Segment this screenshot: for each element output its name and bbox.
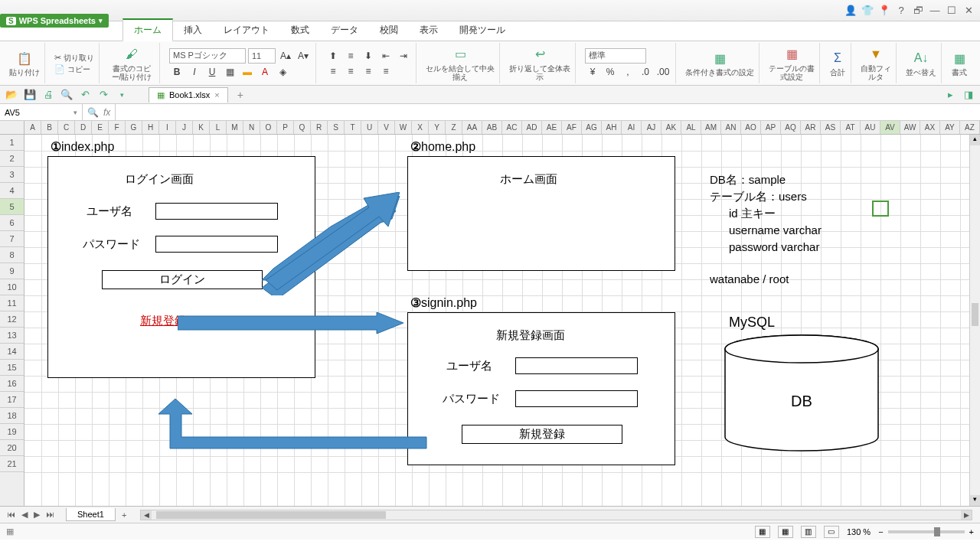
col-header[interactable]: AO xyxy=(741,121,761,134)
zoom-out-button[interactable]: − xyxy=(878,527,883,536)
col-header[interactable]: AI xyxy=(622,121,642,134)
fx-search-icon[interactable]: 🔍 xyxy=(87,107,99,118)
paste-icon[interactable]: 📋 xyxy=(16,50,33,67)
col-header[interactable]: AF xyxy=(562,121,582,134)
zoom-slider[interactable] xyxy=(888,530,965,533)
row-header[interactable]: 20 xyxy=(0,440,24,456)
scroll-up-icon[interactable]: ▴ xyxy=(970,135,980,145)
comma-button[interactable]: , xyxy=(620,65,635,79)
row-header[interactable]: 2 xyxy=(0,151,24,167)
hscroll-right-icon[interactable]: ▶ xyxy=(961,510,972,520)
panel-icon[interactable]: ◨ xyxy=(962,88,975,102)
col-header[interactable]: AY xyxy=(940,121,960,134)
align-justify-button[interactable]: ≡ xyxy=(378,64,394,78)
font-grow-icon[interactable]: A▴ xyxy=(278,49,293,63)
italic-button[interactable]: I xyxy=(187,65,202,79)
col-header[interactable]: G xyxy=(126,121,142,134)
row-header[interactable]: 15 xyxy=(0,360,24,376)
font-name-combo[interactable]: MS Pゴシック xyxy=(169,48,246,64)
help-icon[interactable]: ? xyxy=(893,3,910,18)
font-size-combo[interactable]: 11 xyxy=(248,48,276,64)
col-header[interactable]: AS xyxy=(821,121,841,134)
col-header[interactable]: D xyxy=(75,121,92,134)
fill-color-button[interactable]: ▬ xyxy=(240,65,255,79)
col-header[interactable]: H xyxy=(142,121,159,134)
percent-button[interactable]: % xyxy=(603,65,618,79)
row-header[interactable]: 21 xyxy=(0,456,24,472)
col-header[interactable]: AQ xyxy=(781,121,801,134)
table-format-icon[interactable]: ▦ xyxy=(783,46,800,63)
col-header[interactable]: AP xyxy=(761,121,781,134)
row-header[interactable]: 17 xyxy=(0,392,24,408)
bold-button[interactable]: B xyxy=(169,65,185,79)
tab-insert[interactable]: 挿入 xyxy=(173,20,213,41)
dec-inc-button[interactable]: .0 xyxy=(638,65,653,79)
col-header[interactable]: K xyxy=(193,121,210,134)
col-header[interactable]: A xyxy=(24,121,41,134)
col-header[interactable]: AW xyxy=(900,121,920,134)
col-header[interactable]: AN xyxy=(721,121,741,134)
format-painter-icon[interactable]: 🖌 xyxy=(123,46,140,63)
col-header[interactable]: F xyxy=(109,121,126,134)
col-header[interactable]: AV xyxy=(880,121,900,134)
col-header[interactable]: AJ xyxy=(642,121,662,134)
col-header[interactable]: AM xyxy=(701,121,721,134)
row-header[interactable]: 8 xyxy=(0,247,24,263)
border-button[interactable]: ▦ xyxy=(222,65,237,79)
col-header[interactable]: AE xyxy=(542,121,562,134)
col-header[interactable]: AK xyxy=(662,121,681,134)
col-header[interactable]: R xyxy=(311,121,328,134)
user-icon[interactable]: 👤 xyxy=(842,3,859,18)
row-header[interactable]: 16 xyxy=(0,376,24,392)
copy-icon[interactable]: 📄 xyxy=(54,64,65,74)
font-shrink-icon[interactable]: A▾ xyxy=(296,49,311,63)
row-header[interactable]: 1 xyxy=(0,135,24,151)
sum-icon[interactable]: Σ xyxy=(829,50,846,67)
pin-icon[interactable]: 📍 xyxy=(876,3,893,18)
save-icon[interactable]: 💾 xyxy=(23,88,37,102)
col-header[interactable]: AU xyxy=(861,121,880,134)
align-bottom-button[interactable]: ⬇ xyxy=(361,49,376,63)
row-header[interactable]: 4 xyxy=(0,183,24,199)
col-header[interactable]: J xyxy=(176,121,193,134)
hscrollbar[interactable]: ◀ ▶ xyxy=(140,510,972,520)
row-header[interactable]: 12 xyxy=(0,311,24,328)
col-header[interactable]: M xyxy=(227,121,243,134)
view-layout-button[interactable]: ▦ xyxy=(778,526,793,538)
col-header[interactable]: S xyxy=(328,121,345,134)
select-all-corner[interactable] xyxy=(0,121,24,134)
scroll-down-icon[interactable]: ▾ xyxy=(970,495,980,506)
cut-icon[interactable]: ✂ xyxy=(54,53,61,63)
col-header[interactable]: Y xyxy=(429,121,446,134)
cond-format-icon[interactable]: ▦ xyxy=(711,50,728,67)
row-header[interactable]: 19 xyxy=(0,424,24,440)
row-header[interactable]: 9 xyxy=(0,263,24,279)
col-header[interactable]: O xyxy=(260,121,277,134)
minimize-button[interactable]: — xyxy=(926,3,943,18)
open-icon[interactable]: 📂 xyxy=(5,88,18,102)
col-header[interactable]: P xyxy=(277,121,294,134)
col-header[interactable]: AR xyxy=(801,121,821,134)
wrap-icon[interactable]: ↩ xyxy=(531,46,548,63)
col-header[interactable]: AX xyxy=(920,121,940,134)
sidebar-toggle-icon[interactable]: ▸ xyxy=(943,88,957,102)
indent-inc-button[interactable]: ⇥ xyxy=(396,49,411,63)
app-badge[interactable]: S WPS Spreadsheets ▾ xyxy=(0,14,109,28)
row-header[interactable]: 7 xyxy=(0,231,24,247)
col-header[interactable]: B xyxy=(41,121,58,134)
font-color-button[interactable]: A xyxy=(257,65,273,79)
col-header[interactable]: AC xyxy=(502,121,522,134)
col-header[interactable]: AH xyxy=(602,121,622,134)
row-header[interactable]: 3 xyxy=(0,167,24,183)
col-header[interactable]: E xyxy=(92,121,109,134)
print-icon[interactable]: 🖨 xyxy=(41,88,55,102)
preview-icon[interactable]: 🔍 xyxy=(60,88,74,102)
sheet-nav-next-icon[interactable]: ▶ xyxy=(31,510,42,520)
col-header[interactable]: AT xyxy=(841,121,861,134)
shirt-icon[interactable]: 👕 xyxy=(859,3,876,18)
col-header[interactable]: U xyxy=(361,121,378,134)
col-header[interactable]: X xyxy=(412,121,429,134)
sheet-nav-last-icon[interactable]: ⏭ xyxy=(44,510,57,520)
qat-dropdown-icon[interactable]: ▾ xyxy=(115,88,129,102)
close-tab-icon[interactable]: × xyxy=(214,90,219,99)
